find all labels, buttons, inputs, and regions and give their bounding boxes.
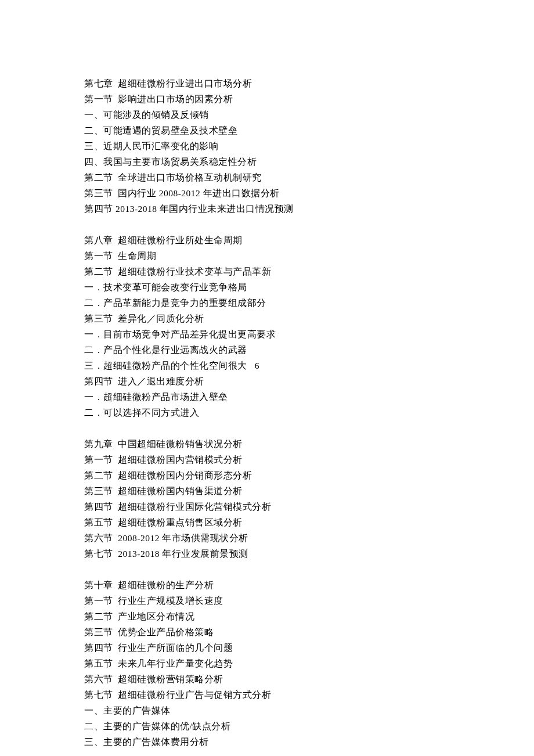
toc-line: 二．产品革新能力是竞争力的重要组成部分 [84, 295, 450, 311]
toc-line: 四、我国与主要市场贸易关系稳定性分析 [84, 154, 450, 170]
toc-line: 一．目前市场竞争对产品差异化提出更高要求 [84, 326, 450, 342]
toc-line: 第三节 国内行业 2008-2012 年进出口数据分析 [84, 185, 450, 201]
toc-line: 第七节 超细硅微粉行业广告与促销方式分析 [84, 687, 450, 703]
toc-line: 二、可能遭遇的贸易壁垒及技术壁垒 [84, 123, 450, 138]
blank-line [84, 217, 450, 232]
toc-line: 二、主要的广告媒体的优/缺点分析 [84, 718, 450, 734]
toc-line: 第一节 生命周期 [84, 248, 450, 264]
chapter-title: 第八章 超细硅微粉行业所处生命周期 [84, 232, 450, 248]
toc-line: 第二节 产业地区分布情况 [84, 609, 450, 624]
toc-line: 一．技术变革可能会改变行业竞争格局 [84, 279, 450, 295]
toc-line: 一、可能涉及的倾销及反倾销 [84, 107, 450, 123]
document-page: 第七章 超细硅微粉行业进出口市场分析 第一节 影响进出口市场的因素分析 一、可能… [0, 0, 534, 756]
toc-line: 第六节 超细硅微粉营销策略分析 [84, 671, 450, 687]
toc-line: 第一节 超细硅微粉国内营销模式分析 [84, 452, 450, 467]
toc-line: 第三节 差异化／同质化分析 [84, 311, 450, 326]
chapter-title: 第九章 中国超细硅微粉销售状况分析 [84, 436, 450, 452]
toc-line: 第一节 影响进出口市场的因素分析 [84, 91, 450, 107]
toc-line: 第一节 行业生产规模及增长速度 [84, 593, 450, 609]
toc-line: 第六节 2008-2012 年市场供需现状分析 [84, 530, 450, 546]
toc-line: 第四节 2013-2018 年国内行业未来进出口情况预测 [84, 201, 450, 217]
toc-line: 第二节 超细硅微粉行业技术变革与产品革新 [84, 264, 450, 279]
chapter-title: 第七章 超细硅微粉行业进出口市场分析 [84, 75, 450, 91]
blank-line [84, 420, 450, 436]
toc-line: 二．可以选择不同方式进入 [84, 405, 450, 420]
toc-line: 第二节 超细硅微粉国内分销商形态分析 [84, 467, 450, 483]
toc-line: 二．产品个性化是行业远离战火的武器 [84, 342, 450, 358]
toc-line: 第二节 全球进出口市场价格互动机制研究 [84, 170, 450, 185]
toc-line: 第四节 行业生产所面临的几个问题 [84, 640, 450, 656]
toc-line: 第五节 超细硅微粉重点销售区域分析 [84, 514, 450, 530]
toc-line: 一、主要的广告媒体 [84, 703, 450, 718]
toc-line: 第七节 2013-2018 年行业发展前景预测 [84, 546, 450, 561]
toc-line: 一．超细硅微粉产品市场进入壁垒 [84, 389, 450, 405]
toc-line: 三、主要的广告媒体费用分析 [84, 734, 450, 750]
chapter-title: 第十章 超细硅微粉的生产分析 [84, 577, 450, 593]
toc-line: 三．超细硅微粉产品的个性化空间很大 6 [84, 358, 450, 373]
toc-line: 三、近期人民币汇率变化的影响 [84, 138, 450, 154]
toc-line: 第三节 优势企业产品价格策略 [84, 624, 450, 640]
blank-line [84, 561, 450, 577]
toc-line: 第三节 超细硅微粉国内销售渠道分析 [84, 483, 450, 499]
toc-line: 第四节 超细硅微粉行业国际化营销模式分析 [84, 499, 450, 514]
toc-line: 第四节 进入／退出难度分析 [84, 373, 450, 389]
toc-line: 第五节 未来几年行业产量变化趋势 [84, 656, 450, 671]
